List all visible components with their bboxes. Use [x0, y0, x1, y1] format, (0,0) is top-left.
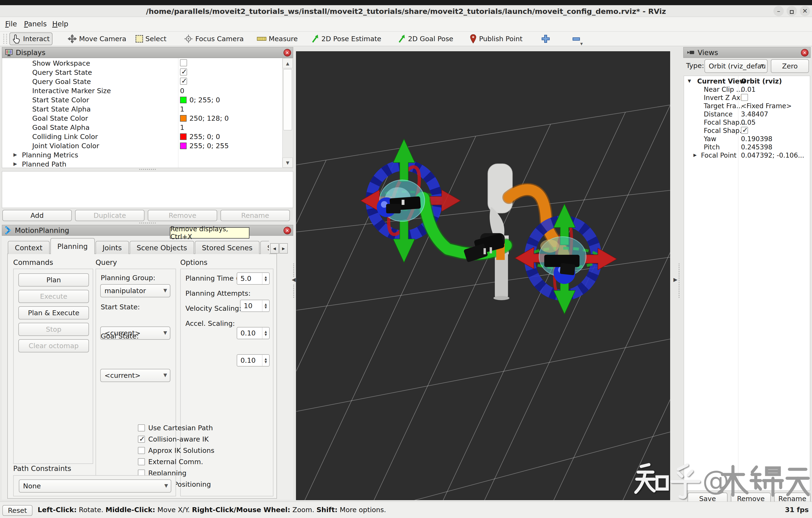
- goal-state-select[interactable]: <current>▼: [100, 369, 170, 382]
- expand-icon[interactable]: ▶: [693, 152, 697, 157]
- color-swatch[interactable]: [180, 143, 186, 149]
- tool-zoom-in[interactable]: [539, 32, 552, 45]
- scrollbar[interactable]: ▲ ▼: [282, 58, 293, 168]
- path-constraints-group: None▼: [13, 475, 176, 496]
- splitter-dots[interactable]: [293, 263, 294, 277]
- add-display-button[interactable]: Add: [2, 210, 72, 221]
- plan-execute-button[interactable]: Plan & Execute: [18, 306, 89, 319]
- splitter-handle[interactable]: [139, 169, 156, 171]
- invert-z-axis-checkbox[interactable]: [741, 94, 748, 101]
- views-panel-header[interactable]: Views ✕: [683, 47, 811, 58]
- minimize-button[interactable]: –: [774, 6, 784, 16]
- focal-shape-checkbox[interactable]: [741, 127, 748, 134]
- view-property-value[interactable]: 0.190398: [741, 135, 773, 143]
- show-workspace-checkbox[interactable]: [180, 59, 187, 66]
- duplicate-display-button[interactable]: Duplicate: [75, 210, 144, 221]
- query-start-state-checkbox[interactable]: [180, 68, 187, 76]
- scroll-down-icon[interactable]: ▼: [283, 157, 293, 168]
- view-property-label: Pitch: [704, 143, 720, 151]
- stop-button[interactable]: Stop: [18, 323, 89, 336]
- remove-display-button[interactable]: Remove: [148, 210, 217, 221]
- path-constraints-select[interactable]: None▼: [19, 480, 171, 493]
- query-goal-state-checkbox[interactable]: [180, 78, 187, 85]
- splitter-handle[interactable]: [139, 223, 156, 224]
- views-close-icon[interactable]: ✕: [801, 49, 809, 56]
- property-value[interactable]: 1: [180, 105, 184, 113]
- 3d-viewport[interactable]: [296, 51, 670, 500]
- property-value[interactable]: 1: [180, 123, 184, 132]
- collision-aware-ik-checkbox[interactable]: [138, 436, 145, 443]
- view-property-value[interactable]: <Fixed Frame>: [741, 102, 792, 110]
- planning-time-input[interactable]: 5.0▲▼: [237, 272, 270, 285]
- scroll-up-icon[interactable]: ▲: [283, 58, 293, 68]
- accel-scaling-value: 0.10: [240, 356, 256, 365]
- tab-scroll-right-icon[interactable]: ▶: [279, 243, 288, 254]
- restore-button[interactable]: [787, 6, 797, 16]
- scroll-thumb[interactable]: [283, 69, 292, 130]
- tool-move-camera[interactable]: Move Camera: [65, 32, 129, 45]
- tab-context[interactable]: Context: [8, 241, 50, 254]
- tab-stored-scenes[interactable]: Stored Scenes: [195, 241, 260, 254]
- view-property-value[interactable]: 3.48407: [741, 110, 768, 118]
- clear-octomap-button[interactable]: Clear octomap: [18, 339, 89, 352]
- color-swatch[interactable]: [180, 134, 186, 140]
- tool-2d-goal-pose[interactable]: 2D Goal Pose: [395, 32, 456, 45]
- title-bar[interactable]: /home/parallels/moveit2_tutorials_ws/ins…: [0, 5, 812, 17]
- view-property-value[interactable]: 0.05: [741, 119, 756, 126]
- view-type-select[interactable]: Orbit (rviz_defau▼: [704, 59, 767, 73]
- external-comm-checkbox[interactable]: [138, 458, 145, 465]
- expand-icon[interactable]: ▶: [13, 161, 17, 167]
- displays-tree[interactable]: Show Workspace Query Start State Query G…: [2, 58, 293, 168]
- tab-joints[interactable]: Joints: [95, 241, 129, 254]
- tool-publish-point[interactable]: Publish Point: [467, 32, 525, 45]
- splitter-dots[interactable]: [678, 263, 679, 298]
- tool-focus-camera-label: Focus Camera: [195, 35, 244, 43]
- menu-help[interactable]: Help: [52, 20, 68, 28]
- collapse-right-icon[interactable]: ▶: [673, 277, 677, 283]
- menu-panels[interactable]: Panels: [24, 20, 47, 28]
- displays-panel-header[interactable]: Displays ✕: [2, 47, 293, 58]
- tab-scroll-left-icon[interactable]: ◀: [270, 243, 279, 254]
- planning-group-select[interactable]: manipulator▼: [100, 284, 170, 297]
- plan-button[interactable]: Plan: [18, 274, 89, 287]
- tab-scene-objects[interactable]: Scene Objects: [129, 241, 194, 254]
- use-cartesian-path-checkbox[interactable]: [138, 424, 145, 431]
- tool-select[interactable]: Select: [133, 32, 169, 45]
- tool-zoom-out[interactable]: ▼: [570, 32, 583, 45]
- expand-icon[interactable]: ▶: [13, 152, 17, 157]
- view-property-value[interactable]: 0.245398: [741, 143, 773, 151]
- reset-button[interactable]: Reset: [2, 505, 32, 516]
- view-property-value[interactable]: 0.01: [741, 86, 756, 93]
- zero-button[interactable]: Zero: [771, 59, 809, 73]
- tab-stored-states[interactable]: Stored Sta: [260, 241, 269, 254]
- view-property-label: Focal Point: [701, 151, 736, 159]
- splitter-dots[interactable]: [293, 285, 294, 298]
- color-swatch[interactable]: [180, 97, 186, 103]
- accel-scaling-input[interactable]: 0.10▲▼: [237, 354, 270, 367]
- views-tree[interactable]: ▼Current ViewOrbit (rviz) Near Clip ...0…: [684, 76, 810, 491]
- close-button[interactable]: ✕: [800, 6, 810, 16]
- tool-2d-pose-estimate[interactable]: 2D Pose Estimate: [309, 32, 383, 45]
- property-value[interactable]: 0: [180, 87, 184, 95]
- toolbar-grip2[interactable]: [6, 34, 7, 44]
- execute-button[interactable]: Execute: [18, 290, 89, 303]
- menu-bar: File Panels Help: [0, 17, 812, 31]
- menu-file[interactable]: File: [5, 20, 17, 28]
- tab-planning[interactable]: Planning: [50, 238, 95, 254]
- tool-focus-camera[interactable]: Focus Camera: [182, 32, 246, 45]
- motionplanning-panel-header[interactable]: MotionPlanning ✕: [2, 225, 293, 236]
- rename-display-button[interactable]: Rename: [221, 210, 290, 221]
- tool-measure[interactable]: Measure: [255, 32, 300, 45]
- collapse-icon[interactable]: ▼: [688, 78, 691, 83]
- window-title: /home/parallels/moveit2_tutorials_ws/ins…: [0, 7, 812, 16]
- left-marker-center[interactable]: [377, 180, 425, 221]
- toolbar-grip[interactable]: [3, 34, 4, 44]
- right-interactive-marker-ring[interactable]: [515, 204, 617, 314]
- approx-ik-solutions-checkbox[interactable]: [138, 447, 145, 454]
- tool-interact[interactable]: Interact: [9, 32, 53, 45]
- displays-close-icon[interactable]: ✕: [284, 49, 291, 56]
- motionplanning-close-icon[interactable]: ✕: [284, 227, 291, 234]
- color-swatch[interactable]: [180, 115, 186, 122]
- measure-icon: [257, 37, 266, 41]
- collapse-left-icon[interactable]: ◀: [292, 277, 296, 283]
